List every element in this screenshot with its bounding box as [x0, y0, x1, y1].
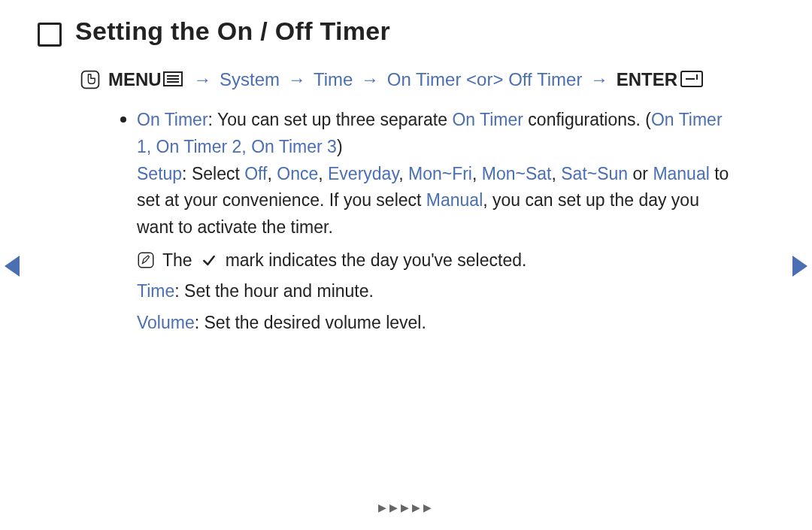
setup-label: Setup: [137, 164, 182, 183]
text: ,: [267, 164, 277, 183]
section-heading: Setting the On / Off Timer: [38, 17, 774, 47]
path-or: <or>: [466, 69, 503, 89]
note-row: The mark indicates the day you've select…: [137, 247, 737, 274]
text: On Timer 2: [156, 137, 242, 156]
opt-off: Off: [244, 164, 267, 183]
note-pre: The: [162, 247, 192, 274]
opt-monsat: Mon~Sat: [482, 164, 552, 183]
heading-text: Setting the On / Off Timer: [75, 17, 390, 46]
path-time: Time: [314, 69, 353, 89]
text: On Timer: [452, 110, 523, 129]
opt-manual: Manual: [653, 164, 709, 183]
volume-label: Volume: [137, 313, 195, 332]
text: or: [628, 164, 653, 183]
text: ,: [551, 164, 561, 183]
hand-pointer-icon: [80, 69, 101, 90]
opt-satsun: Sat~Sun: [561, 164, 628, 183]
menu-icon: [163, 71, 183, 86]
volume-row: Volume: Set the desired volume level.: [137, 310, 737, 337]
svg-rect-0: [82, 71, 99, 89]
path-on-timer: On Timer: [387, 69, 462, 89]
text: ): [337, 137, 343, 156]
arrow-icon: →: [288, 69, 306, 89]
text: On Timer 3: [251, 137, 337, 156]
arrow-icon: →: [361, 69, 379, 89]
page-footer: ▶▶▶▶▶: [0, 501, 812, 513]
opt-manual2: Manual: [426, 190, 483, 210]
text: ,: [398, 164, 408, 183]
bullet-item-on-timer: On Timer: You can set up three separate …: [120, 107, 737, 336]
bullet-dot-icon: [120, 117, 126, 123]
text: ,: [472, 164, 482, 183]
opt-once: Once: [277, 164, 318, 183]
svg-rect-1: [138, 253, 153, 268]
setup-paragraph: Setup: Select Off, Once, Everyday, Mon~F…: [137, 161, 737, 241]
menu-key-label: MENU: [108, 69, 162, 89]
enter-icon: [680, 71, 703, 87]
on-timer-label: On Timer: [137, 110, 208, 129]
opt-everyday: Everyday: [328, 164, 398, 183]
path-system: System: [220, 69, 280, 89]
enter-key-label: ENTER: [617, 69, 677, 89]
next-page-arrow[interactable]: [792, 256, 807, 277]
opt-monfri: Mon~Fri: [408, 164, 472, 183]
text: configurations. (: [523, 110, 651, 129]
text: : You can set up three separate: [208, 110, 453, 129]
text: : Select: [182, 164, 244, 183]
prev-page-arrow[interactable]: [5, 256, 20, 277]
check-icon: [201, 253, 217, 268]
text: ,: [318, 164, 328, 183]
square-bullet-icon: [38, 23, 62, 47]
text: ,: [241, 137, 251, 156]
path-off-timer: Off Timer: [508, 69, 582, 89]
text: ,: [147, 137, 156, 156]
time-label: Time: [137, 281, 174, 301]
time-text: : Set the hour and minute.: [174, 281, 374, 301]
volume-text: : Set the desired volume level.: [195, 313, 426, 332]
note-pencil-icon: [137, 251, 155, 269]
note-post: mark indicates the day you've selected.: [226, 247, 527, 274]
arrow-icon: →: [193, 69, 211, 89]
time-row: Time: Set the hour and minute.: [137, 278, 737, 305]
arrow-icon: →: [590, 69, 608, 89]
navigation-path: MENU → System → Time → On Timer <or> Off…: [80, 68, 774, 92]
